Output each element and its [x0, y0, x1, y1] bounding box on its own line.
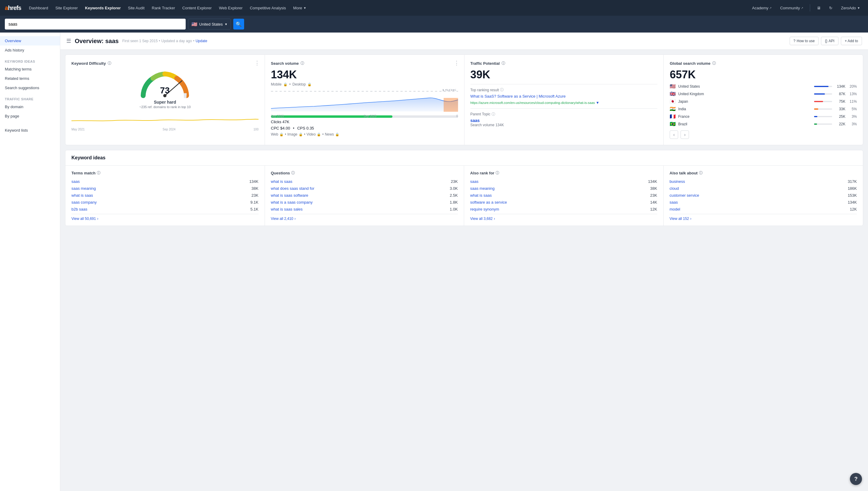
country-bar-2: [814, 101, 823, 102]
sidebar-item-search-suggestions[interactable]: Search suggestions: [0, 83, 60, 92]
ki-link-3-3[interactable]: saas: [670, 200, 678, 205]
ki-row-0-2: what is saas 23K: [72, 193, 259, 198]
tp-parent-topic-link[interactable]: saas: [471, 118, 657, 123]
gsv-info-icon[interactable]: ⓘ: [712, 61, 716, 66]
kd-info-icon[interactable]: ⓘ: [108, 61, 111, 66]
search-input[interactable]: [8, 22, 182, 27]
sv-info-icon[interactable]: ⓘ: [301, 61, 304, 66]
nav-refresh-icon[interactable]: ↻: [826, 4, 836, 12]
country-selector[interactable]: 🇺🇸 United States ▼: [188, 19, 231, 30]
svg-rect-5: [444, 98, 458, 112]
ki-link-2-1[interactable]: saas meaning: [470, 186, 495, 191]
nav-web-explorer[interactable]: Web Explorer: [216, 4, 246, 12]
ki-link-3-0[interactable]: business: [670, 179, 685, 184]
country-flag-2: 🇯🇵: [670, 98, 676, 104]
ki-link-2-0[interactable]: saas: [470, 179, 478, 184]
sidebar-item-matching-terms[interactable]: Matching terms: [0, 64, 60, 74]
nav-keywords-explorer[interactable]: Keywords Explorer: [82, 4, 124, 12]
nav-community[interactable]: Community ↗: [777, 4, 806, 12]
image-label: Image: [287, 132, 297, 137]
ki-view-all-2[interactable]: View all 3,682 ›: [470, 214, 657, 221]
hamburger-icon[interactable]: ☰: [66, 38, 71, 44]
kd-sparkline: May 2021 Sep 2024 100: [72, 112, 259, 127]
ki-link-3-1[interactable]: cloud: [670, 186, 679, 191]
country-val-5: 22K: [835, 122, 845, 126]
nav-content-explorer[interactable]: Content Explorer: [179, 4, 215, 12]
ki-col-info-3[interactable]: ⓘ: [699, 171, 703, 176]
ki-view-all-1[interactable]: View all 2,410 ›: [271, 214, 458, 221]
country-pct-4: 3%: [848, 114, 857, 119]
sidebar-item-by-page[interactable]: By page: [0, 112, 60, 121]
svg-text:150K: 150K: [442, 89, 457, 92]
ki-link-0-3[interactable]: saas company: [72, 200, 97, 205]
help-button[interactable]: ?: [850, 473, 862, 485]
how-to-use-button[interactable]: ? How to use: [790, 37, 819, 45]
tp-ranking-info-icon[interactable]: ⓘ: [500, 87, 504, 92]
sv-menu-icon[interactable]: ⋮: [454, 60, 459, 66]
next-arrow[interactable]: ›: [680, 131, 689, 139]
ki-link-1-0[interactable]: what is saas: [271, 179, 292, 184]
update-link[interactable]: Update: [196, 39, 207, 43]
tp-ranking-url: https://azure.microsoft.com/en-us/resour…: [471, 100, 657, 106]
ki-row-0-4: b2b saas 5.1K: [72, 207, 259, 211]
ki-link-0-0[interactable]: saas: [72, 179, 80, 184]
ki-col-info-0[interactable]: ⓘ: [97, 171, 101, 176]
nav-competitive-analysis[interactable]: Competitive Analysis: [247, 4, 289, 12]
nav-rank-tracker[interactable]: Rank Tracker: [149, 4, 178, 12]
sidebar-item-by-domain[interactable]: By domain: [0, 102, 60, 112]
ki-row-2-4: require synonym 12K: [470, 207, 657, 211]
nav-site-explorer[interactable]: Site Explorer: [52, 4, 81, 12]
add-to-button[interactable]: + Add to: [841, 37, 862, 45]
ki-link-1-3[interactable]: what is a saas company: [271, 200, 313, 205]
first-seen-label: First seen 1 Sep 2015: [122, 39, 158, 43]
nav-site-audit[interactable]: Site Audit: [125, 4, 148, 12]
ki-link-2-3[interactable]: software as a service: [470, 200, 507, 205]
kd-menu-icon[interactable]: ⋮: [254, 60, 260, 66]
tp-show-more[interactable]: ▼: [596, 100, 599, 105]
ki-link-2-2[interactable]: what is saas: [470, 193, 492, 198]
ki-view-all-0[interactable]: View all 50,691 ›: [72, 214, 259, 221]
tp-info-icon[interactable]: ⓘ: [502, 61, 505, 66]
ki-link-1-4[interactable]: what is saas sales: [271, 207, 303, 211]
ki-col-header-0: Terms match ⓘ: [72, 171, 259, 176]
nav-desktop-icon[interactable]: 🖥: [814, 4, 824, 12]
overview-meta: First seen 1 Sep 2015 • Updated a day ag…: [122, 39, 207, 43]
ki-row-3-4: model 12K: [670, 207, 857, 211]
sidebar-item-overview[interactable]: Overview: [0, 36, 60, 46]
nav-user-menu[interactable]: ZeroAdo ▼: [838, 4, 863, 12]
sidebar-item-related-terms[interactable]: Related terms: [0, 74, 60, 83]
web-label: Web: [271, 132, 278, 137]
prev-arrow[interactable]: ‹: [670, 131, 678, 139]
search-bar: 🇺🇸 United States ▼ 🔍: [0, 16, 868, 32]
ki-link-1-1[interactable]: what does saas stand for: [271, 186, 315, 191]
ki-link-0-1[interactable]: saas meaning: [72, 186, 96, 191]
ki-link-0-4[interactable]: b2b saas: [72, 207, 87, 211]
sv-spark-start: Sep 2015: [271, 114, 284, 118]
search-button[interactable]: 🔍: [233, 19, 244, 30]
api-button[interactable]: {} API: [821, 37, 838, 45]
ki-view-all-3[interactable]: View all 152 ›: [670, 214, 857, 221]
nav-more[interactable]: More ▼: [290, 4, 310, 12]
ki-link-2-4[interactable]: require synonym: [470, 207, 499, 211]
ki-link-0-2[interactable]: what is saas: [72, 193, 93, 198]
nav-academy[interactable]: Academy ↗: [749, 4, 775, 12]
sidebar-item-ads-history[interactable]: Ads history: [0, 46, 60, 55]
ki-val-0-2: 23K: [251, 193, 258, 198]
ki-link-3-2[interactable]: customer service: [670, 193, 699, 198]
tp-parent-info-icon[interactable]: ⓘ: [492, 112, 495, 117]
nav-dashboard[interactable]: Dashboard: [26, 4, 51, 12]
ki-link-3-4[interactable]: model: [670, 207, 680, 211]
sidebar-item-keyword-lists[interactable]: Keyword lists: [0, 125, 60, 135]
ki-col-info-2[interactable]: ⓘ: [496, 171, 499, 176]
ki-col-3: Also talk about ⓘ business 317K cloud 18…: [664, 166, 863, 226]
ki-col-info-1[interactable]: ⓘ: [291, 171, 295, 176]
tp-ranking-link[interactable]: What is SaaS? Software as a Service | Mi…: [471, 94, 566, 98]
country-pct-3: 5%: [848, 107, 857, 111]
ki-link-1-2[interactable]: what is saas software: [271, 193, 308, 198]
web-lock-icon: 🔒: [279, 133, 284, 137]
tp-top-ranking-label: Top ranking result ⓘ: [471, 87, 657, 92]
ki-row-2-3: software as a service 14K: [470, 200, 657, 205]
logo[interactable]: ahrefs: [5, 4, 21, 11]
ki-val-2-3: 14K: [650, 200, 657, 205]
kd-spark-end: Sep 2024: [163, 128, 176, 131]
